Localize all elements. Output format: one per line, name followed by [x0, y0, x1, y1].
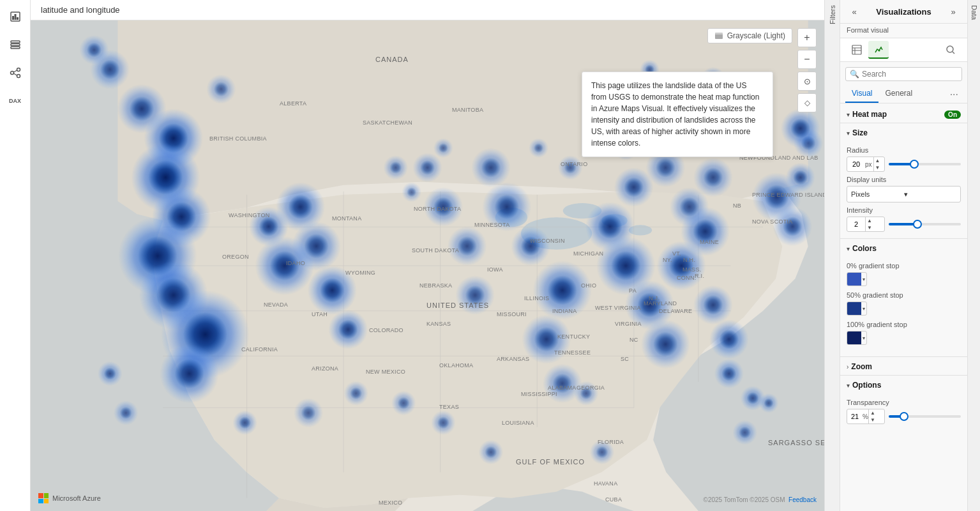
svg-point-14 — [521, 217, 592, 250]
svg-point-18 — [629, 225, 652, 235]
zoom-section-title: Zoom — [851, 362, 872, 371]
transparency-down-button[interactable]: ▼ — [869, 416, 877, 423]
sidebar-icon-model[interactable] — [4, 61, 27, 84]
intensity-slider-track[interactable] — [889, 223, 961, 225]
transparency-up-button[interactable]: ▲ — [869, 409, 877, 416]
tab-visual[interactable]: Visual — [845, 86, 878, 103]
display-units-chevron: ▾ — [904, 190, 957, 199]
panel-content: ▾ Heat map On ▾ Size Radius px ▲ ▼ — [840, 103, 967, 511]
svg-rect-2 — [14, 14, 16, 20]
grayscale-badge[interactable]: Grayscale (Light) — [707, 28, 792, 43]
options-section-body: Transparency % ▲ ▼ — [840, 392, 967, 429]
panel-header: « Visualizations » — [840, 0, 967, 24]
heatmap-section-header[interactable]: ▾ Heat map On — [840, 106, 967, 121]
size-section-header[interactable]: ▾ Size — [840, 125, 967, 140]
tooltip-text: This page utilizes the landslide data of… — [591, 81, 759, 148]
svg-line-10 — [13, 70, 17, 72]
svg-point-15 — [495, 208, 528, 227]
zoom-section-header[interactable]: › Zoom — [840, 358, 967, 374]
options-section-title: Options — [852, 381, 881, 390]
collapse-left-button[interactable]: « — [847, 4, 862, 19]
filters-label[interactable]: Filters — [829, 5, 836, 24]
sidebar-icon-report[interactable] — [4, 5, 27, 28]
heatmap-section-title: Heat map — [852, 110, 887, 119]
svg-rect-31 — [715, 33, 723, 34]
svg-point-9 — [17, 75, 20, 78]
radius-row: px ▲ ▼ — [847, 156, 961, 172]
heatmap-toggle[interactable]: On — [944, 111, 961, 119]
search-input[interactable] — [862, 70, 958, 79]
compass-button[interactable]: ⊙ — [797, 72, 817, 91]
stop-0-color — [847, 273, 861, 286]
data-panel: Data — [967, 0, 980, 511]
intensity-input-box: ▲ ▼ — [847, 217, 885, 232]
tab-icons-row — [840, 38, 967, 62]
table-icon-button[interactable] — [847, 41, 867, 59]
options-chevron: ▾ — [847, 382, 850, 389]
radius-spinners: ▲ ▼ — [873, 157, 882, 171]
stop-50-swatch[interactable]: ▾ — [847, 301, 867, 316]
size-section-title: Size — [852, 128, 868, 137]
radius-input[interactable] — [847, 160, 865, 168]
svg-rect-6 — [11, 47, 20, 49]
panel-title: Visualizations — [876, 7, 931, 17]
intensity-label: Intensity — [847, 206, 961, 214]
transparency-spinners: ▲ ▼ — [868, 409, 877, 423]
svg-rect-4 — [11, 41, 20, 43]
intensity-input[interactable] — [847, 220, 865, 228]
format-icon-button[interactable] — [868, 41, 889, 59]
svg-rect-1 — [12, 16, 14, 20]
ms-logo — [38, 493, 49, 503]
transparency-slider-thumb[interactable] — [900, 412, 908, 421]
search-icon: 🔍 — [850, 70, 859, 79]
tab-general[interactable]: General — [878, 86, 919, 103]
intensity-row: ▲ ▼ — [847, 217, 961, 232]
svg-point-17 — [601, 214, 627, 227]
heatmap-chevron: ▾ — [847, 111, 850, 118]
intensity-slider-thumb[interactable] — [913, 220, 922, 229]
display-units-select[interactable]: Pixels ▾ — [847, 186, 961, 202]
stop-100-chevron: ▾ — [861, 335, 866, 341]
radius-up-button[interactable]: ▲ — [874, 157, 882, 164]
reset-button[interactable]: ◇ — [797, 93, 817, 112]
analytics-icon-button[interactable] — [940, 41, 961, 59]
divider-2 — [840, 238, 967, 239]
transparency-slider-track[interactable] — [889, 415, 961, 418]
divider-1 — [840, 123, 967, 123]
radius-slider-thumb[interactable] — [910, 160, 919, 169]
radius-down-button[interactable]: ▼ — [874, 164, 882, 171]
tab-more-button[interactable]: ··· — [946, 86, 962, 103]
map-container: CANADAALBERTABRITISH COLUMBIASASKATCHEWA… — [31, 20, 824, 511]
svg-line-11 — [13, 73, 17, 75]
options-section-header[interactable]: ▾ Options — [840, 377, 967, 392]
visual-tabs: Visual General ··· — [840, 84, 967, 103]
radius-slider-track[interactable] — [889, 163, 961, 165]
colors-section-header[interactable]: ▾ Colors — [840, 240, 967, 256]
intensity-up-button[interactable]: ▲ — [866, 217, 873, 224]
zoom-in-button[interactable]: + — [797, 28, 817, 47]
stop-0-label: 0% gradient stop — [847, 262, 961, 270]
sidebar-icon-data[interactable] — [4, 33, 27, 56]
stop-100-swatch[interactable]: ▾ — [847, 331, 867, 345]
radius-input-box: px ▲ ▼ — [847, 156, 885, 172]
sidebar-icon-dax[interactable]: DAX — [4, 89, 27, 112]
azure-logo-text: Microsoft Azure — [52, 494, 101, 502]
data-label[interactable]: Data — [970, 5, 978, 20]
svg-point-37 — [947, 46, 953, 52]
intensity-down-button[interactable]: ▼ — [866, 224, 873, 231]
page-title: latitude and longitude — [41, 5, 120, 15]
svg-rect-32 — [852, 45, 861, 54]
display-units-label: Display units — [847, 176, 961, 183]
stop-0-swatch[interactable]: ▾ — [847, 272, 867, 286]
stop-100-color — [847, 332, 861, 344]
zoom-out-button[interactable]: − — [797, 50, 817, 69]
svg-point-7 — [10, 72, 13, 75]
transparency-row: % ▲ ▼ — [847, 409, 961, 424]
radius-label: Radius — [847, 146, 961, 154]
stop-50-chevron: ▾ — [861, 306, 866, 312]
feedback-link[interactable]: Feedback — [788, 496, 817, 503]
layer-icon — [714, 31, 723, 40]
collapse-right-button[interactable]: » — [946, 4, 961, 19]
transparency-input[interactable] — [847, 413, 863, 420]
divider-4 — [840, 375, 967, 376]
